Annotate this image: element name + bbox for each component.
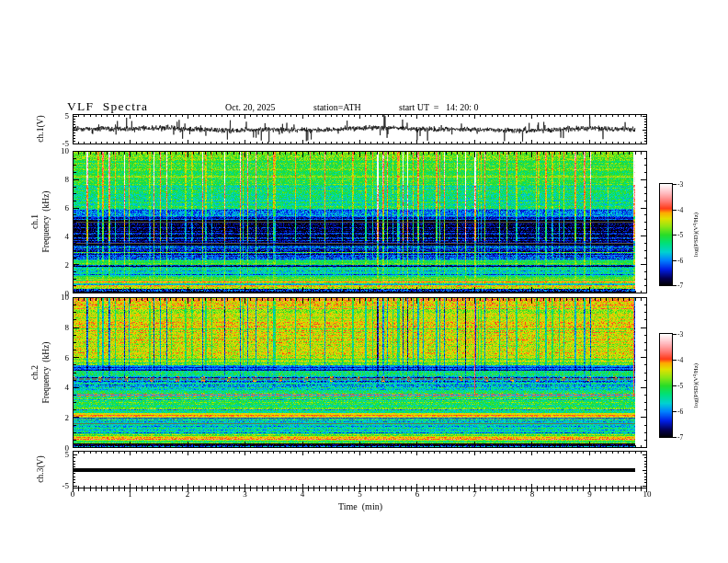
y-tick-label: 5 xyxy=(47,112,69,121)
x-tick-label: 4 xyxy=(301,490,305,499)
x-tick-label: 8 xyxy=(530,490,535,499)
ch2-frequency-axis-label: Frequency (kHz) xyxy=(42,341,51,403)
x-tick-label: 10 xyxy=(643,490,652,499)
y-tick-label: 2 xyxy=(47,261,69,270)
y-tick-label: 10 xyxy=(47,147,69,155)
y-tick-label: 2 xyxy=(47,414,69,422)
colorbar-tick-label: -6 xyxy=(677,408,683,416)
colorbar-1-label: log(PSD)(V²/Hz) xyxy=(693,213,700,257)
ch1-frequency-axis-label: Frequency (kHz) xyxy=(42,190,51,252)
y-tick-label: 8 xyxy=(47,324,69,332)
colorbar-tick-label: -5 xyxy=(677,231,683,239)
y-tick-label: 6 xyxy=(47,204,69,213)
colorbar-tick-label: -7 xyxy=(677,433,683,442)
x-tick-label: 2 xyxy=(186,490,190,499)
ch2-spectrogram-channel-label: ch.2 xyxy=(31,365,40,380)
y-tick-label: 0 xyxy=(47,444,69,453)
colorbar-tick-label: -3 xyxy=(677,180,683,189)
x-tick-label: 5 xyxy=(358,490,362,499)
y-tick-label: 4 xyxy=(47,384,69,392)
x-tick-label: 1 xyxy=(128,490,132,499)
colorbar-tick-label: -5 xyxy=(677,382,683,390)
x-tick-label: 7 xyxy=(472,490,477,499)
colorbar-tick-label: -3 xyxy=(677,330,683,339)
ch1-voltage-axis-label: ch.1(V) xyxy=(37,115,46,142)
colorbar-tick-label: -4 xyxy=(677,356,683,364)
vlf-spectra-figure: VLF Spectra Oct. 20, 2025 station=ATH st… xyxy=(0,0,728,563)
x-tick-label: 9 xyxy=(587,490,592,499)
time-axis-label: Time (min) xyxy=(338,502,382,511)
x-tick-label: 6 xyxy=(415,490,420,499)
colorbar-2-label: log(PSD)(V²/Hz) xyxy=(693,363,700,408)
spectra-plot-canvas xyxy=(0,0,728,563)
y-tick-label: 8 xyxy=(47,176,69,184)
colorbar-tick-label: -4 xyxy=(677,206,683,214)
plot-title: VLF Spectra xyxy=(67,100,148,113)
colorbar-tick-label: -6 xyxy=(677,257,683,265)
start-ut-label: start UT = 14: 20: 0 xyxy=(399,103,479,112)
x-tick-label: 3 xyxy=(243,490,247,499)
colorbar-tick-label: -7 xyxy=(677,282,683,290)
ch1-spectrogram-channel-label: ch.1 xyxy=(31,214,40,229)
ch3-voltage-axis-label: ch.3(V) xyxy=(37,455,46,482)
x-tick-label: 0 xyxy=(71,490,75,499)
y-tick-label: 10 xyxy=(47,293,69,302)
y-tick-label: 4 xyxy=(47,233,69,241)
y-tick-label: 6 xyxy=(47,354,69,362)
date-label: Oct. 20, 2025 xyxy=(225,103,275,112)
y-tick-label: -5 xyxy=(47,482,69,490)
station-label: station=ATH xyxy=(313,103,361,112)
